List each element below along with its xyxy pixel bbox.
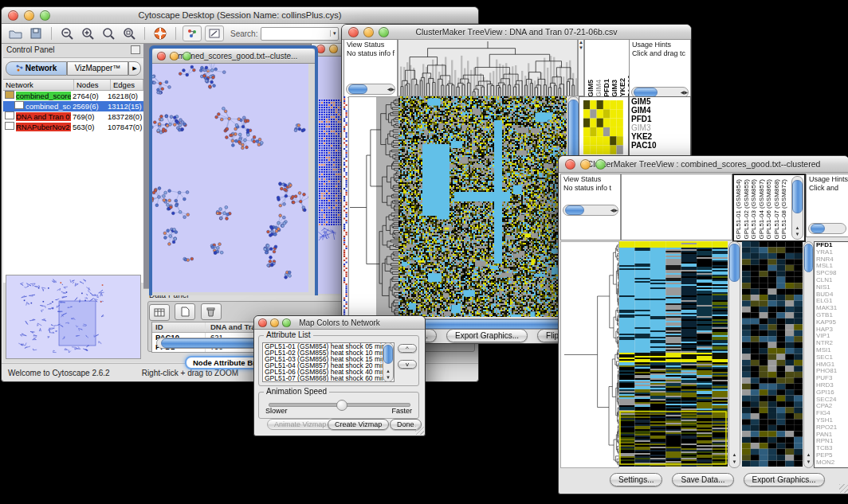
scroll-right-icon[interactable]: ▶ bbox=[391, 87, 395, 92]
heatmap-canvas[interactable] bbox=[619, 241, 728, 467]
network-name[interactable]: RNAPuberNov2+| bbox=[3, 122, 71, 132]
zoom-button[interactable] bbox=[595, 159, 606, 170]
table-row[interactable]: DNA and Tran 07769(0)183728(0) bbox=[3, 111, 143, 122]
new-attribute-icon[interactable] bbox=[175, 303, 195, 320]
scroll-up-icon[interactable]: ▲ bbox=[804, 452, 813, 458]
minimize-button[interactable] bbox=[329, 45, 338, 53]
zoom-out-button[interactable] bbox=[58, 26, 76, 41]
row-dendrogram-canvas[interactable] bbox=[560, 241, 619, 468]
col-edges[interactable]: Edges bbox=[111, 80, 143, 90]
attribute-listbox[interactable]: GPL51-01 (GSM854) heat shock 05 minGPL51… bbox=[262, 342, 395, 382]
more-tabs-button[interactable]: ▶ bbox=[128, 61, 141, 76]
export-graphics-button[interactable]: Export Graphics... bbox=[744, 473, 825, 486]
export-graphics-button[interactable]: Export Graphics... bbox=[446, 329, 528, 342]
zoom-in-button[interactable] bbox=[79, 26, 96, 41]
move-up-button[interactable]: ^ bbox=[398, 344, 417, 353]
speed-slider[interactable] bbox=[269, 403, 410, 407]
move-down-button[interactable]: v bbox=[398, 360, 417, 369]
scroll-right-icon[interactable]: ▶ bbox=[614, 208, 618, 213]
table-row[interactable]: RNAPuberNov2+|563(0)107847(0) bbox=[3, 122, 143, 132]
scroll-thumb[interactable] bbox=[729, 244, 740, 282]
settings-button[interactable]: Settings... bbox=[610, 473, 662, 486]
open-file-button[interactable] bbox=[6, 26, 24, 41]
help-icon[interactable] bbox=[151, 26, 169, 41]
tab-vizmapper[interactable]: VizMapper™ bbox=[67, 61, 128, 76]
attribute-list-vscrollbar[interactable]: ▲ ▼ bbox=[383, 342, 394, 382]
col-nodes[interactable]: Nodes bbox=[74, 80, 111, 90]
gene-label[interactable]: PFD1 bbox=[630, 115, 690, 123]
gene-label[interactable]: YKE2 bbox=[630, 132, 690, 141]
zoom-button[interactable] bbox=[379, 27, 389, 37]
close-button[interactable] bbox=[157, 52, 166, 61]
heatmap-canvas[interactable] bbox=[398, 96, 567, 317]
zoom-button[interactable] bbox=[282, 318, 291, 327]
close-button[interactable] bbox=[8, 10, 18, 21]
scroll-down-icon[interactable]: ▼ bbox=[383, 375, 393, 381]
scroll-down-icon[interactable]: ▼ bbox=[804, 459, 813, 465]
zoom-button[interactable] bbox=[183, 52, 191, 61]
animate-vizmap-button[interactable]: Animate Vizmap bbox=[267, 419, 333, 430]
scroll-thumb[interactable] bbox=[792, 180, 803, 213]
treeview1-titlebar[interactable]: ClusterMaker TreeView : DNA and Tran 07-… bbox=[342, 25, 691, 40]
close-button[interactable] bbox=[348, 27, 359, 37]
column-labels-panel[interactable]: GIM5GIM4PFD1GIM3YKE2PAC10 bbox=[584, 39, 631, 98]
col-id[interactable]: ID bbox=[152, 322, 206, 332]
zoom-selected-button[interactable] bbox=[120, 26, 138, 41]
minimize-button[interactable] bbox=[580, 159, 591, 170]
search-dropdown-icon[interactable]: ▾ bbox=[330, 30, 339, 37]
minimize-button[interactable] bbox=[170, 52, 179, 61]
gene-label[interactable]: GIM4 bbox=[630, 106, 690, 115]
network-overview-canvas[interactable] bbox=[6, 275, 141, 359]
network-view-canvas[interactable] bbox=[152, 64, 308, 292]
heatmap-vscrollbar[interactable]: ▲ ▼ bbox=[728, 241, 740, 468]
scroll-up-icon[interactable]: ▲ bbox=[729, 452, 740, 458]
scroll-up-icon[interactable]: ▲ bbox=[792, 225, 803, 231]
gene-label[interactable]: MON2 bbox=[815, 459, 848, 467]
gene-label[interactable]: GIM5 bbox=[630, 97, 690, 106]
zoom-heatmap-canvas[interactable] bbox=[742, 241, 803, 467]
scroll-thumb[interactable] bbox=[383, 345, 393, 364]
scroll-thumb[interactable] bbox=[565, 205, 584, 215]
col-network[interactable]: Network bbox=[3, 80, 74, 90]
scroll-up-icon[interactable]: ▲ bbox=[383, 369, 393, 374]
network-name[interactable]: DNA and Tran 07 bbox=[3, 111, 71, 122]
save-session-button[interactable] bbox=[27, 26, 45, 41]
select-attributes-icon[interactable] bbox=[149, 304, 170, 321]
annotation-button[interactable] bbox=[205, 25, 224, 41]
table-row[interactable]: combined_sco2569(6)13112(15) bbox=[3, 101, 143, 111]
network-name[interactable]: combined_sco bbox=[3, 101, 71, 111]
table-row[interactable]: combined_scores2764(0)16218(0) bbox=[3, 91, 143, 101]
network-table-header[interactable]: Network Nodes Edges bbox=[3, 80, 143, 91]
modify-network-button[interactable] bbox=[183, 25, 202, 41]
scroll-down-icon[interactable]: ▼ bbox=[729, 459, 740, 465]
usage-hints-scrollbar[interactable] bbox=[808, 223, 846, 234]
dendrogram-splitter[interactable]: ▲ ▼ bbox=[578, 39, 584, 96]
network-window-titlebar[interactable]: combined_scores_good.txt--cluste... bbox=[152, 49, 315, 64]
save-data-button[interactable]: Save Data... bbox=[672, 473, 733, 486]
column-dendrogram-panel[interactable] bbox=[621, 174, 732, 240]
scroll-right-icon[interactable]: ▶ bbox=[684, 90, 688, 96]
main-titlebar[interactable]: Cytoscape Desktop (Session Name: collins… bbox=[2, 7, 478, 24]
search-input[interactable]: ▾ bbox=[261, 27, 339, 41]
delete-attribute-icon[interactable] bbox=[201, 303, 222, 320]
scroll-thumb[interactable] bbox=[811, 224, 825, 233]
tab-network[interactable]: Network bbox=[6, 61, 67, 76]
close-button[interactable] bbox=[565, 159, 575, 170]
minimize-button[interactable] bbox=[270, 318, 279, 327]
treeview2-titlebar[interactable]: ClusterMaker TreeView : combined_scores_… bbox=[559, 156, 848, 173]
network-name[interactable]: combined_scores bbox=[3, 91, 71, 101]
zoom-vscrollbar[interactable]: ▲ ▼ bbox=[803, 241, 814, 468]
view-status-scrollbar[interactable]: ◀ ▶ bbox=[563, 205, 618, 216]
view-status-scrollbar[interactable]: ◀ ▶ bbox=[346, 84, 395, 95]
slider-thumb[interactable] bbox=[336, 400, 347, 411]
resize-grip[interactable] bbox=[839, 484, 848, 493]
dialog-titlebar[interactable]: Map Colors to Network bbox=[254, 316, 425, 330]
scroll-down-icon[interactable]: ▼ bbox=[792, 232, 803, 237]
minimize-button[interactable] bbox=[363, 27, 374, 37]
close-button[interactable] bbox=[258, 318, 267, 327]
similarity-matrix-canvas[interactable] bbox=[583, 100, 623, 154]
row-dendrogram-canvas[interactable] bbox=[348, 96, 399, 318]
zoom-fit-button[interactable] bbox=[100, 26, 117, 41]
create-vizmap-button[interactable]: Create Vizmap bbox=[328, 419, 389, 430]
attribute-item[interactable]: GPL51-07 (GSM868) heat shock 60 min bbox=[263, 375, 394, 381]
